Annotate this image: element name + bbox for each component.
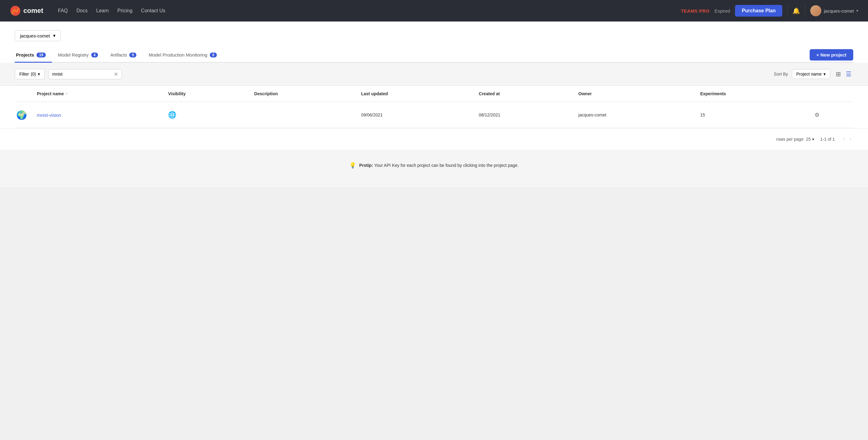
rows-per-page: rows per page 25 ▾: [776, 137, 814, 142]
protip-section: 💡 Protip: Your API Key for each project …: [0, 150, 868, 187]
search-input[interactable]: [52, 71, 112, 77]
gear-icon: ⚙: [814, 112, 819, 118]
tab-model-registry[interactable]: Model Registry 4: [57, 49, 104, 63]
th-project-name-label: Project name: [37, 91, 64, 96]
th-last-updated-label: Last updated: [361, 91, 388, 96]
project-icon: 🌍: [15, 108, 28, 122]
td-owner: jacques-comet: [575, 102, 696, 128]
tab-projects-label: Projects: [16, 52, 34, 57]
sort-value: Project name: [797, 71, 822, 77]
grid-icon: ⊞: [836, 71, 841, 78]
grid-view-button[interactable]: ⊞: [834, 69, 843, 79]
clear-icon: ✕: [114, 71, 118, 77]
nav-faq[interactable]: FAQ: [58, 8, 68, 13]
nav-pricing[interactable]: Pricing: [117, 8, 132, 13]
projects-table: Project name ↑ Visibility Description La…: [15, 86, 853, 128]
th-experiments[interactable]: Experiments: [696, 86, 811, 102]
chevron-down-icon: ▾: [856, 9, 858, 13]
th-last-updated[interactable]: Last updated: [358, 86, 475, 102]
username-label: jacques-comet: [824, 8, 854, 13]
last-updated-value: 09/06/2021: [361, 113, 383, 117]
table-header-row: Project name ↑ Visibility Description La…: [15, 86, 853, 102]
th-created-at-label: Created at: [479, 91, 500, 96]
next-page-button[interactable]: ›: [848, 135, 853, 144]
tab-projects[interactable]: Projects 19: [15, 49, 52, 63]
tab-model-registry-label: Model Registry: [58, 52, 89, 57]
tab-artifacts[interactable]: Artifacts 5: [109, 49, 143, 63]
nav-divider-2: [805, 5, 805, 16]
rows-chevron-icon: ▾: [812, 137, 814, 142]
sort-chevron-icon: ▾: [824, 71, 826, 77]
table-section: Project name ↑ Visibility Description La…: [0, 86, 868, 128]
th-project-name[interactable]: Project name ↑: [33, 86, 164, 102]
rows-per-page-label: rows per page: [776, 137, 804, 142]
rows-per-page-value: 25: [806, 137, 811, 142]
th-visibility[interactable]: Visibility: [164, 86, 250, 102]
sort-select[interactable]: Project name ▾: [792, 69, 830, 79]
notification-button[interactable]: 🔔: [793, 7, 800, 14]
th-actions: [811, 86, 853, 102]
new-project-button[interactable]: + New project: [810, 49, 853, 61]
filter-label: Filter: [19, 71, 29, 77]
tab-artifacts-label: Artifacts: [110, 52, 127, 57]
workspace-selector[interactable]: jacques-comet ▾: [15, 30, 61, 41]
list-icon: ☰: [846, 71, 851, 78]
protip-bold: Protip:: [359, 163, 373, 168]
th-description[interactable]: Description: [251, 86, 358, 102]
th-created-at[interactable]: Created at: [475, 86, 575, 102]
created-at-value: 08/12/2021: [479, 113, 500, 117]
protip-body: Your API Key for each project can be fou…: [374, 163, 519, 168]
th-description-label: Description: [254, 91, 278, 96]
protip-text: Protip: Your API Key for each project ca…: [359, 163, 519, 168]
expired-label: Expired: [714, 8, 730, 13]
tab-projects-badge: 19: [36, 53, 45, 57]
th-experiments-label: Experiments: [700, 91, 726, 96]
filter-bar-section: Filter (0) ▾ ✕ Sort By Project name ▾ ⊞ …: [0, 63, 868, 86]
svg-point-1: [11, 12, 13, 14]
sort-asc-icon: ↑: [66, 92, 68, 96]
filter-chevron-icon: ▾: [38, 71, 40, 77]
tab-model-registry-badge: 4: [91, 53, 98, 57]
filter-count: (0): [31, 71, 36, 77]
nav-learn[interactable]: Learn: [96, 8, 109, 13]
th-visibility-label: Visibility: [168, 91, 186, 96]
chevron-left-icon: ‹: [843, 136, 845, 142]
project-settings-button[interactable]: ⚙: [814, 112, 819, 118]
protip-content: 💡 Protip: Your API Key for each project …: [349, 162, 519, 169]
nav-docs[interactable]: Docs: [76, 8, 88, 13]
rows-per-page-select[interactable]: 25 ▾: [806, 137, 814, 142]
list-view-button[interactable]: ☰: [844, 69, 853, 79]
td-settings: ⚙: [811, 102, 853, 128]
search-wrap: ✕: [48, 69, 122, 79]
clear-search-button[interactable]: ✕: [114, 71, 118, 77]
owner-value: jacques-comet: [578, 113, 606, 117]
filter-button[interactable]: Filter (0) ▾: [15, 69, 44, 79]
user-menu[interactable]: jacques-comet ▾: [810, 5, 858, 16]
page-nav: ‹ ›: [841, 135, 853, 144]
workspace-name: jacques-comet: [20, 33, 50, 38]
td-project-name: mnist-vision: [33, 102, 164, 128]
project-name-link[interactable]: mnist-vision: [37, 113, 61, 118]
purchase-plan-button[interactable]: Purchase Plan: [735, 5, 782, 17]
page-info: 1-1 of 1: [820, 137, 835, 142]
tab-mpm-badge: 0: [210, 53, 217, 57]
th-owner-label: Owner: [578, 91, 592, 96]
workspace-chevron-icon: ▾: [53, 33, 56, 38]
avatar: [810, 5, 821, 16]
th-owner[interactable]: Owner: [575, 86, 696, 102]
td-created-at: 08/12/2021: [475, 102, 575, 128]
prev-page-button[interactable]: ‹: [841, 135, 846, 144]
logo[interactable]: comet: [10, 5, 43, 16]
view-toggle: ⊞ ☰: [834, 69, 853, 79]
main-content: jacques-comet ▾ Projects 19 Model Regist…: [0, 22, 868, 63]
tabs-bar: Projects 19 Model Registry 4 Artifacts 5…: [15, 49, 853, 63]
nav-contact[interactable]: Contact Us: [141, 8, 165, 13]
td-visibility: 🌐: [164, 102, 250, 128]
sort-label: Sort By: [774, 71, 788, 77]
tab-artifacts-badge: 5: [129, 53, 136, 57]
chevron-right-icon: ›: [849, 136, 851, 142]
pagination-section: rows per page 25 ▾ 1-1 of 1 ‹ ›: [0, 128, 868, 150]
th-icon: [15, 86, 33, 102]
plan-label: TEAMS PRO: [681, 8, 710, 13]
tab-mpm[interactable]: Model Production Monitoring 0: [148, 49, 223, 63]
